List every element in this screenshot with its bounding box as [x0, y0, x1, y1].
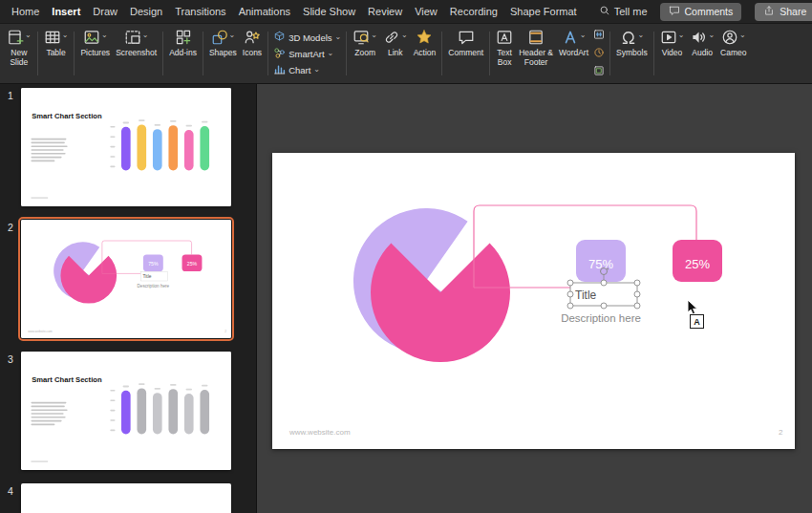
- slide-canvas: 75% 25% Title Description here www.websi…: [257, 84, 812, 513]
- slide-thumbnail-3[interactable]: Smart Chart Section: [21, 352, 231, 470]
- menu-item-insert[interactable]: Insert: [52, 6, 80, 17]
- ribbon-button-add-ins[interactable]: Add-ins: [166, 27, 200, 59]
- selection-handle[interactable]: [601, 280, 607, 286]
- mini-bar: [168, 389, 178, 434]
- text-box-icon: [496, 29, 513, 49]
- menu-items: HomeInsertDrawDesignTransitionsAnimation…: [11, 6, 577, 17]
- percent-large-label: 75%: [148, 261, 159, 267]
- ribbon-group-text: TextBoxHeader &Footer⌄WordArt: [493, 27, 607, 80]
- thumbnail-number: 2: [0, 220, 21, 338]
- ribbon-button-shapes[interactable]: ⌄Shapes: [206, 27, 240, 59]
- menu-item-home[interactable]: Home: [11, 6, 39, 17]
- slide-thumbnail-1[interactable]: Smart Chart Section: [21, 88, 231, 206]
- date-time-icon[interactable]: [593, 45, 605, 62]
- share-icon: [763, 5, 775, 18]
- chevron-down-icon: ⌄: [62, 32, 69, 39]
- slide-thumbnail-2[interactable]: 75% 25% Title Description here www.websi…: [21, 220, 231, 338]
- thumbnail-row: 4: [0, 483, 256, 513]
- ribbon-button-screenshot[interactable]: ⌄Screenshot: [113, 27, 160, 59]
- selection-handle[interactable]: [634, 280, 640, 286]
- slide-number-icon[interactable]: [593, 27, 605, 44]
- mini-bar: [153, 129, 162, 170]
- ribbon-button-link[interactable]: ⌄Link: [380, 27, 411, 59]
- ribbon: ⌄NewSlide⌄Table⌄Pictures⌄ScreenshotAdd-i…: [0, 24, 812, 84]
- comments-button[interactable]: Comments: [660, 3, 742, 21]
- slide-thumbnail-panel[interactable]: 1 Smart Chart Section 2 75% 25% Title De…: [0, 84, 257, 513]
- ribbon-separator: [489, 32, 490, 75]
- ribbon-separator: [203, 32, 203, 75]
- selection-handle[interactable]: [567, 303, 573, 309]
- ribbon-button-zoom[interactable]: ⌄Zoom: [350, 27, 380, 59]
- ribbon-separator: [267, 32, 268, 75]
- ribbon-button-audio[interactable]: ⌄Audio: [687, 27, 717, 59]
- percent-small-label: 25%: [685, 257, 710, 271]
- menu-item-design[interactable]: Design: [130, 6, 162, 17]
- menu-item-recording[interactable]: Recording: [450, 6, 498, 17]
- pictures-icon: [83, 29, 100, 49]
- slide-editor[interactable]: 75% 25% Title Description here www.websi…: [272, 153, 795, 449]
- thumbnail-row: 1 Smart Chart Section: [0, 88, 256, 206]
- chevron-down-icon: ⌄: [708, 32, 715, 39]
- wordart-icon: [562, 29, 579, 49]
- slide-thumbnail-4[interactable]: [21, 483, 231, 513]
- menu-item-slide-show[interactable]: Slide Show: [303, 6, 355, 17]
- share-button[interactable]: Share: [755, 3, 812, 21]
- action-icon: [416, 29, 433, 49]
- ribbon-button-table[interactable]: ⌄Table: [41, 27, 72, 59]
- mini-bar: [168, 125, 178, 170]
- menu-item-review[interactable]: Review: [368, 6, 402, 17]
- menu-item-view[interactable]: View: [415, 6, 438, 17]
- slide-page-number: 2: [224, 330, 226, 333]
- menu-item-draw[interactable]: Draw: [93, 6, 118, 17]
- ribbon-button-action[interactable]: Action: [411, 27, 439, 59]
- ribbon-button-chart[interactable]: Chart⌄: [271, 62, 322, 77]
- ribbon-button-comment[interactable]: Comment: [445, 27, 486, 59]
- object-icon[interactable]: [593, 63, 605, 80]
- new-slide-icon: [7, 29, 24, 49]
- ribbon-separator: [162, 32, 163, 75]
- percent-small-label: 25%: [187, 261, 198, 267]
- ribbon-button-header-footer[interactable]: Header &Footer: [516, 27, 556, 68]
- slide-footer-url: www.website.com: [28, 330, 53, 333]
- mini-bar: [121, 127, 131, 171]
- chevron-down-icon: ⌄: [335, 33, 342, 41]
- selection-handle[interactable]: [567, 280, 573, 286]
- menu-item-shape-format[interactable]: Shape Format: [510, 6, 577, 17]
- shapes-icon: [211, 29, 228, 49]
- comment-bubble-icon: [669, 5, 680, 18]
- ribbon-button-symbols[interactable]: ⌄Symbols: [613, 27, 651, 59]
- ribbon-button-pictures[interactable]: ⌄Pictures: [77, 27, 113, 59]
- selection-handle[interactable]: [634, 303, 640, 309]
- ribbon-group-slides: ⌄NewSlide: [4, 27, 34, 80]
- screenshot-icon: [124, 29, 141, 49]
- selection-handle[interactable]: [634, 291, 640, 297]
- ribbon-separator: [37, 32, 38, 75]
- mini-bar: [200, 126, 209, 170]
- workspace: 1 Smart Chart Section 2 75% 25% Title De…: [0, 84, 812, 513]
- symbols-icon: [620, 29, 637, 49]
- description-text: Description here: [561, 312, 641, 324]
- ribbon-group-symbols: ⌄Symbols: [613, 27, 651, 80]
- selection-handle[interactable]: [601, 303, 607, 309]
- mini-bar: [184, 394, 194, 434]
- ribbon-button-new-slide[interactable]: ⌄NewSlide: [4, 27, 34, 68]
- ribbon-separator: [74, 32, 75, 75]
- description-text: Description here: [138, 284, 170, 289]
- mini-bar: [121, 391, 131, 435]
- tell-me[interactable]: Tell me: [599, 5, 648, 18]
- ribbon-button-video[interactable]: ⌄Video: [657, 27, 688, 59]
- menu-item-animations[interactable]: Animations: [239, 6, 290, 17]
- chevron-down-icon: ⌄: [229, 32, 236, 39]
- ribbon-button-3d-models[interactable]: 3D Models⌄: [271, 30, 343, 45]
- ribbon-button-icons[interactable]: Icons: [240, 27, 265, 59]
- tell-me-label: Tell me: [614, 6, 648, 17]
- ribbon-button-text-box[interactable]: TextBox: [493, 27, 516, 68]
- selection-handle[interactable]: [567, 291, 573, 297]
- 3d-models-icon: [273, 31, 286, 45]
- ribbon-ministack: [591, 27, 607, 80]
- menu-item-transitions[interactable]: Transitions: [175, 6, 225, 17]
- ribbon-button-wordart[interactable]: ⌄WordArt: [556, 27, 591, 59]
- ribbon-button-cameo[interactable]: ⌄Cameo: [717, 27, 749, 59]
- ribbon-button-smartart[interactable]: SmartArt⌄: [271, 46, 335, 61]
- chevron-down-icon: ⌄: [678, 32, 685, 39]
